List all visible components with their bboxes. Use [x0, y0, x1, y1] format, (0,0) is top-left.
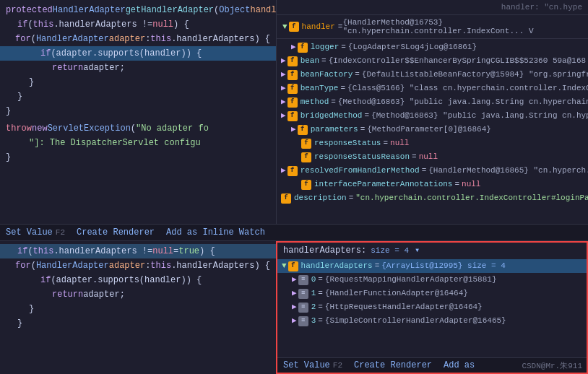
- expand-icon[interactable]: ▶: [292, 287, 297, 300]
- eq: =: [318, 274, 323, 286]
- expand-icon[interactable]: ▼: [282, 260, 287, 272]
- param: adapter: [109, 259, 145, 272]
- string-literal: "No adapter fo: [136, 122, 209, 135]
- var-type-icon: f: [301, 139, 311, 149]
- bottom-add-inline-label: Add as: [444, 360, 475, 370]
- add-inline-watch-button[interactable]: Add as Inline Watch: [166, 227, 265, 238]
- bottom-create-renderer-button[interactable]: Create Renderer: [354, 360, 432, 370]
- bottom-set-value-button[interactable]: Set Value F2: [283, 360, 342, 370]
- expand-icon[interactable]: ▶: [291, 123, 296, 136]
- eq: =: [360, 123, 366, 136]
- expand-icon[interactable]: ▼: [282, 22, 287, 31]
- create-renderer-button[interactable]: Create Renderer: [77, 227, 155, 238]
- expand-icon[interactable]: ▶: [292, 274, 297, 286]
- expand-icon[interactable]: ▶: [281, 165, 286, 177]
- keyword: if: [40, 47, 51, 60]
- var-type-icon: f: [281, 193, 291, 204]
- var-null: null: [390, 137, 409, 149]
- var-row-parameters: ▶ f parameters = {MethodParameter[0]@168…: [277, 123, 588, 136]
- code-editor-bottom: if ( this .handlerAdapters != null = tru…: [0, 241, 276, 374]
- keyword: this: [150, 32, 171, 45]
- var-value: {HandlerFunctionAdapter@16464}: [325, 287, 468, 300]
- debug-toolbar-top: Set Value F2 Create Renderer Add as Inli…: [0, 224, 588, 241]
- code-text: adapter;: [83, 288, 125, 301]
- var-name: bridgedMethod: [301, 110, 363, 122]
- var-value: {ArrayList@12995} size = 4: [381, 260, 506, 272]
- eq: =: [318, 315, 323, 327]
- keyword: null: [152, 18, 173, 31]
- expand-icon[interactable]: ▶: [281, 82, 286, 95]
- set-value-label: Set Value: [6, 227, 53, 238]
- eq: =: [331, 96, 336, 108]
- var-name: logger: [311, 41, 340, 53]
- code-text: (: [27, 245, 33, 258]
- var-value: {HandlerMethod@16865} "cn.hyperch...: [428, 165, 588, 177]
- var-row-responsestatus: f responseStatus = null: [277, 136, 588, 150]
- list-icon: ≡: [298, 316, 308, 326]
- code-line: "]: The DispatcherServlet configu: [0, 136, 276, 150]
- var-value: {LogAdapterSLog4jLog@16861}: [348, 41, 477, 53]
- debug-comment-top: handler: "cn.hype: [277, 0, 588, 15]
- var-null: null: [419, 151, 438, 163]
- code-line: return adapter;: [0, 61, 276, 75]
- eq: =: [454, 178, 459, 191]
- code-text: }: [29, 76, 34, 89]
- watermark: CSDN@Mr.朱911: [522, 360, 582, 371]
- var-name: description: [294, 192, 347, 204]
- expand-icon[interactable]: ▶: [291, 41, 296, 53]
- var-row-beanfactory: ▶ f beanFactory = {DefaultListableBeanFa…: [277, 68, 588, 82]
- debug-handler-header: ▼ f handler = {HandlerMethod@16753} "cn.…: [277, 15, 588, 39]
- eq: =: [422, 165, 427, 177]
- var-null: null: [462, 178, 480, 191]
- var-row-2: ▶ ≡ 2 = {HttpRequestHandlerAdapter@16464…: [277, 300, 587, 314]
- keyword: return: [52, 288, 83, 301]
- expand-icon[interactable]: ▶: [281, 96, 286, 108]
- var-name: resolvedFromHandlerMethod: [301, 165, 420, 177]
- code-line: protected HandlerAdapter getHandlerAdapt…: [0, 3, 276, 17]
- code-text: :: [145, 259, 150, 272]
- keyword: null: [152, 245, 173, 258]
- expand-icon[interactable]: ▶: [281, 55, 286, 67]
- var-row-method: ▶ f method = {Method@16863} "public java…: [277, 95, 588, 109]
- code-text: }: [6, 105, 11, 118]
- var-name: interfaceParameterAnnotations: [314, 178, 452, 191]
- set-value-key: F2: [56, 228, 65, 237]
- keyword: if: [17, 245, 27, 258]
- var-name: parameters: [311, 123, 358, 136]
- var-row-handleradapters: ▼ f handlerAdapters = {ArrayList@12995} …: [277, 259, 587, 273]
- list-icon: ≡: [298, 289, 308, 299]
- code-text: .handlerAdapters) {: [171, 32, 270, 45]
- var-value: {HttpRequestHandlerAdapter@16464}: [325, 301, 483, 313]
- set-value-button[interactable]: Set Value F2: [6, 227, 65, 238]
- expand-icon[interactable]: ▶: [292, 315, 297, 327]
- eq: =: [341, 41, 346, 53]
- var-row-1: ▶ ≡ 1 = {HandlerFunctionAdapter@16464}: [277, 287, 587, 300]
- keyword: for: [15, 259, 31, 272]
- keyword: if: [17, 18, 27, 31]
- var-value: {SimpleControllerHandlerAdapter@16465}: [325, 315, 506, 327]
- list-icon: ≡: [298, 275, 308, 285]
- expand-icon[interactable]: ▶: [281, 110, 286, 122]
- var-row-description: f description = "cn.hyperchain.controlle…: [277, 191, 588, 205]
- expand-icon[interactable]: ▶: [281, 69, 286, 81]
- bottom-add-inline-button[interactable]: Add as: [444, 360, 475, 370]
- var-row-logger: ▶ f logger = {LogAdapterSLog4jLog@16861}: [277, 40, 588, 54]
- type: ServletException: [48, 122, 131, 135]
- size-label: size = 4: [371, 246, 409, 255]
- var-name: handlerAdapters: [301, 260, 373, 272]
- code-text: (adapter.supports(handler)) {: [51, 274, 202, 287]
- handler-label: handler: [302, 22, 335, 31]
- bottom-debug-vars-list: ▼ f handlerAdapters = {ArrayList@12995} …: [277, 258, 587, 357]
- code-line: throw new ServletException ( "No adapter…: [0, 121, 276, 136]
- bottom-set-value-key: F2: [333, 361, 342, 370]
- code-text: (: [131, 122, 136, 135]
- string-literal: "]: The DispatcherServlet configu: [29, 136, 201, 149]
- code-text: .handlerAdapters !=: [53, 18, 152, 31]
- var-row-bean: ▶ f bean = {IndexController$$EnhancerByS…: [277, 54, 588, 68]
- var-value: {RequestMappingHandlerAdapter@15881}: [325, 274, 497, 286]
- expand-icon[interactable]: ▶: [292, 301, 297, 313]
- keyword: new: [32, 122, 48, 135]
- code-text: }: [17, 90, 22, 103]
- var-type-icon: f: [288, 261, 298, 271]
- code-line: if ( this .handlerAdapters != null ) {: [0, 17, 276, 32]
